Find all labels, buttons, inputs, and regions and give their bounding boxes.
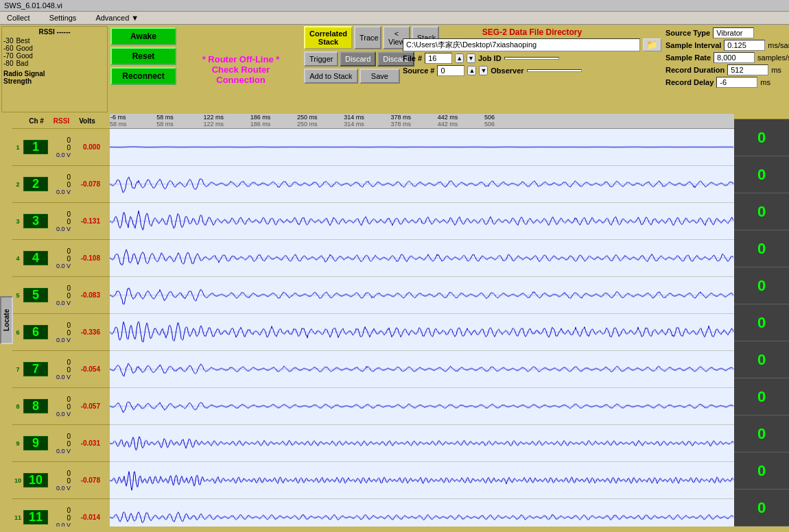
channel-row: 77000.0 V-0.054: [12, 351, 119, 388]
waveform-area: -6 ms58 ms58 ms58 ms122 ms122 ms186 ms18…: [110, 114, 734, 527]
control-panel: Awake Reset Reconnect: [109, 26, 178, 112]
sample-interval-row: Sample Interval 0.125 ms/sample: [666, 40, 786, 51]
channel-rows-container: 11000.0 V0.00022000.0 V-0.07833000.0 V-0…: [12, 129, 119, 527]
channel-row: 11000.0 V0.000: [12, 129, 119, 166]
file-down-btn[interactable]: ▼: [467, 53, 475, 63]
right-zeros-container: 00000000000: [734, 119, 789, 527]
record-duration-row: Record Duration 512 ms: [666, 64, 786, 75]
seg2-header: SEG-2 Data File Directory: [403, 27, 661, 37]
time-tick-3: 186 ms186 ms: [250, 114, 271, 128]
right-zero-9[interactable]: 0: [734, 415, 789, 452]
sample-interval-value: 0.125: [724, 40, 765, 51]
ch-large-num-4: 4: [23, 251, 48, 266]
source-type-value[interactable]: Vibrator: [713, 27, 754, 38]
time-tick-6: 378 ms378 ms: [391, 114, 412, 128]
record-delay-value: -6: [716, 77, 757, 88]
discard1-button[interactable]: Discard: [340, 51, 376, 66]
ch-volt-11: -0.014: [72, 513, 103, 521]
right-zero-8[interactable]: 0: [734, 378, 789, 415]
router-message: * Router Off-Line * Check Router Connect…: [179, 26, 303, 112]
app-title: SWS_6.01.048.vi: [4, 1, 62, 10]
ch-small-num-9: 9: [12, 440, 23, 447]
right-zero-4[interactable]: 0: [734, 230, 789, 267]
mid-stack-row: Trigger Discard Discard: [304, 51, 400, 66]
left-sidebar: Locate Ch # RSSI Volts 11000.0 V0.000220…: [0, 114, 110, 527]
right-zero-3[interactable]: 0: [734, 193, 789, 230]
right-zero-11[interactable]: 0: [734, 489, 789, 527]
time-tick-7: 442 ms442 ms: [438, 114, 458, 128]
waveform-canvas-6: [110, 314, 734, 350]
add-to-stack-button[interactable]: Add to Stack: [304, 69, 358, 84]
job-id[interactable]: [504, 57, 559, 60]
rssi-val-1: -30: [3, 37, 13, 45]
seg2-panel: SEG-2 Data File Directory C:\Users\李家庆\D…: [401, 26, 663, 112]
ch-large-num-11: 11: [23, 510, 48, 525]
right-zero-5[interactable]: 0: [734, 267, 789, 304]
locate-button[interactable]: Locate: [0, 296, 13, 344]
rssi-val-3: -70: [3, 52, 13, 60]
waveform-row-1: [110, 129, 734, 166]
channel-row: 1111000.0 V-0.014: [12, 499, 119, 527]
channel-row: 1010000.0 V-0.078: [12, 462, 119, 499]
ch-small-num-4: 4: [12, 255, 23, 262]
trace-button[interactable]: Trace: [354, 26, 381, 49]
ch-volt-4: -0.108: [72, 254, 103, 262]
file-up-btn[interactable]: ▲: [455, 53, 464, 63]
right-zero-6[interactable]: 0: [734, 304, 789, 341]
channel-row: 88000.0 V-0.057: [12, 388, 119, 425]
ch-large-num-7: 7: [23, 362, 48, 377]
source-up-btn[interactable]: ▲: [467, 66, 476, 75]
reset-button[interactable]: Reset: [110, 47, 176, 65]
rssi-panel: RSSI ------ -30 -60 -70 -80 Best Good Go…: [1, 26, 108, 112]
top-area: RSSI ------ -30 -60 -70 -80 Best Good Go…: [0, 25, 789, 114]
sample-interval-unit: ms/sample: [768, 41, 789, 49]
menu-collect[interactable]: Collect: [3, 12, 34, 23]
file-num[interactable]: 16: [425, 53, 452, 64]
ch-small-num-1: 1: [12, 144, 23, 151]
channel-row: 22000.0 V-0.078: [12, 166, 119, 203]
waveform-row-4: [110, 240, 734, 277]
menu-advanced[interactable]: Advanced ▼: [91, 12, 143, 23]
router-line2: Check Router: [212, 64, 270, 75]
ch-rssi-2: 000.0 V: [48, 173, 72, 195]
source-num[interactable]: 0: [437, 65, 464, 76]
stack-buttons-panel: CorrelatedStack Trace < View Stack Trigg…: [304, 26, 400, 112]
rssi-lbl-1: Best: [16, 37, 32, 45]
router-line1: * Router Off-Line *: [202, 54, 280, 64]
time-ruler: -6 ms58 ms58 ms58 ms122 ms122 ms186 ms18…: [110, 114, 734, 129]
right-zero-2[interactable]: 0: [734, 156, 789, 193]
channels-sidebar: Ch # RSSI Volts 11000.0 V0.00022000.0 V-…: [12, 114, 119, 527]
right-zero-7[interactable]: 0: [734, 341, 789, 378]
reconnect-button[interactable]: Reconnect: [110, 67, 176, 85]
time-tick-1: 58 ms58 ms: [156, 114, 174, 128]
waveform-canvas-4: [110, 240, 734, 276]
ch-rssi-10: 000.0 V: [48, 470, 72, 492]
waveform-row-11: [110, 499, 734, 527]
time-tick-8: 506506: [484, 114, 495, 128]
volts-col-header: Volts: [73, 117, 101, 125]
seg2-directory[interactable]: C:\Users\李家庆\Desktop\7xiashaoping: [403, 38, 640, 51]
awake-button[interactable]: Awake: [110, 27, 176, 45]
locate-area: Locate: [0, 114, 12, 527]
ch-volt-7: -0.054: [72, 365, 103, 373]
right-zero-10[interactable]: 0: [734, 452, 789, 489]
ch-rssi-11: 000.0 V: [48, 507, 72, 527]
browse-button[interactable]: 📁: [643, 38, 661, 51]
waveform-canvas-1: [110, 129, 734, 165]
trigger-button[interactable]: Trigger: [304, 51, 338, 66]
source-down-btn[interactable]: ▼: [479, 66, 488, 75]
waveform-row-2: [110, 166, 734, 203]
seg2-file-row: File # 16 ▲ ▼ Job ID: [403, 53, 661, 64]
correlated-stack-button[interactable]: CorrelatedStack: [304, 26, 353, 49]
ch-rssi-1: 000.0 V: [48, 136, 72, 158]
ch-large-num-1: 1: [23, 140, 48, 155]
observer[interactable]: [527, 69, 582, 72]
ch-large-num-10: 10: [23, 473, 48, 488]
time-tick-0: -6 ms58 ms: [110, 114, 127, 128]
record-duration-label: Record Duration: [666, 66, 725, 74]
menu-settings[interactable]: Settings: [45, 12, 81, 23]
save-button[interactable]: Save: [360, 69, 400, 84]
rssi-lbl-4: Bad: [16, 60, 32, 67]
right-zero-1[interactable]: 0: [734, 119, 789, 156]
ch-rssi-8: 000.0 V: [48, 396, 72, 418]
